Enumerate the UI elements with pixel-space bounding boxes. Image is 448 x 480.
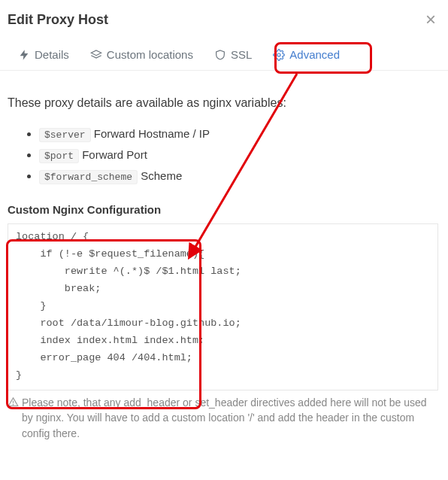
tab-bar: Details Custom locations SSL Advanced — [0, 41, 448, 71]
warning-icon — [8, 396, 19, 441]
var-label: Scheme — [138, 169, 182, 182]
config-section-label: Custom Nginx Configuration — [8, 203, 440, 216]
var-code: $port — [39, 149, 79, 163]
svg-point-3 — [13, 404, 14, 405]
tab-label: Advanced — [289, 48, 340, 61]
lightning-icon — [18, 49, 30, 61]
svg-marker-0 — [91, 50, 101, 56]
vars-list: $server Forward Hostname / IP $port Forw… — [8, 123, 440, 187]
tab-advanced[interactable]: Advanced — [262, 41, 350, 70]
tab-label: Custom locations — [107, 48, 193, 61]
close-button[interactable]: × — [425, 11, 436, 29]
var-item: $server Forward Hostname / IP — [39, 123, 440, 144]
dialog-title: Edit Proxy Host — [8, 12, 108, 28]
var-code: $server — [39, 128, 91, 142]
var-label: Forward Port — [79, 148, 147, 161]
tab-ssl[interactable]: SSL — [204, 41, 262, 70]
var-label: Forward Hostname / IP — [91, 127, 210, 140]
var-item: $port Forward Port — [39, 144, 440, 166]
layers-icon — [90, 49, 102, 61]
svg-point-1 — [277, 53, 280, 56]
var-item: $forward_scheme Scheme — [39, 166, 440, 187]
shield-icon — [214, 49, 226, 61]
var-code: $forward_scheme — [39, 170, 138, 184]
tab-label: SSL — [231, 48, 252, 61]
nginx-config-textarea[interactable] — [8, 223, 438, 390]
note-text: Please note, that any add_header or set_… — [22, 395, 437, 441]
tab-custom-locations[interactable]: Custom locations — [80, 41, 204, 70]
gear-icon — [273, 49, 285, 61]
tab-details[interactable]: Details — [8, 41, 80, 70]
tab-label: Details — [35, 48, 69, 61]
intro-text: These proxy details are available as ngi… — [8, 96, 440, 110]
